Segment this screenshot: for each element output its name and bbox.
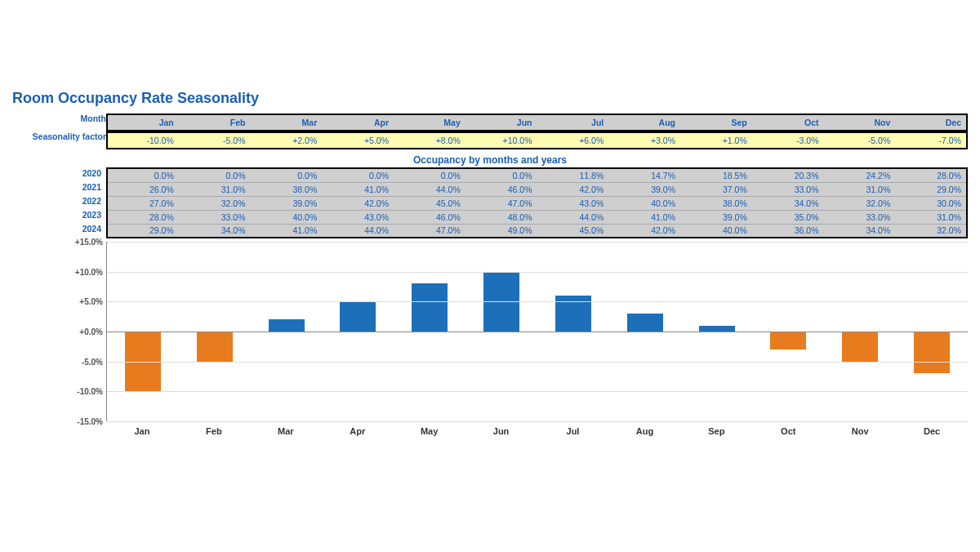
occupancy-cell: 36.0%: [752, 224, 824, 238]
occupancy-block: 20202021202220232024 0.0%0.0%0.0%0.0%0.0…: [12, 167, 968, 238]
grid-line: [107, 421, 968, 422]
occupancy-cell: 24.2%: [824, 168, 896, 182]
occupancy-cell: 42.0%: [608, 224, 680, 238]
bar: [914, 332, 950, 373]
month-header-cell: Dec: [895, 114, 967, 131]
occupancy-cell: 44.0%: [537, 210, 609, 224]
table-row: 28.0%33.0%40.0%43.0%46.0%48.0%44.0%41.0%…: [107, 210, 967, 224]
year-label: 2020: [12, 167, 106, 181]
occupancy-cell: 33.0%: [752, 182, 824, 196]
occupancy-cell: 39.0%: [680, 210, 752, 224]
seasonality-row-label: Seasonality factor: [12, 131, 106, 149]
year-label: 2022: [12, 195, 106, 209]
bar: [770, 332, 806, 349]
seasonality-cell: -5.0%: [179, 132, 251, 149]
year-label: 2024: [12, 223, 106, 237]
seasonality-cell: +10.0%: [466, 132, 537, 149]
occupancy-cell: 32.0%: [895, 224, 967, 238]
chart-x-axis: JanFebMarAprMayJunJulAugSepOctNovDec: [106, 426, 968, 436]
y-tick-label: -10.0%: [77, 387, 103, 396]
month-header-table: JanFebMarAprMayJunJulAugSepOctNovDec: [106, 114, 968, 131]
occupancy-cell: 30.0%: [895, 196, 967, 210]
seasonality-cell: +8.0%: [394, 132, 466, 149]
occupancy-cell: 0.0%: [394, 168, 466, 182]
occupancy-cell: 32.0%: [179, 196, 251, 210]
occupancy-cell: 31.0%: [895, 210, 967, 224]
occupancy-cell: 38.0%: [251, 182, 323, 196]
occupancy-cell: 26.0%: [107, 182, 179, 196]
table-row: 26.0%31.0%38.0%41.0%44.0%46.0%42.0%39.0%…: [107, 182, 967, 196]
occupancy-cell: 37.0%: [680, 182, 752, 196]
occupancy-cell: 47.0%: [394, 224, 466, 238]
occupancy-cell: 43.0%: [322, 210, 394, 224]
occupancy-cell: 35.0%: [752, 210, 824, 224]
y-tick-label: +0.0%: [79, 327, 103, 336]
occupancy-cell: 45.0%: [537, 224, 609, 238]
occupancy-cell: 18.5%: [680, 168, 752, 182]
occupancy-cell: 44.0%: [394, 182, 466, 196]
grid-line: [107, 272, 968, 273]
occupancy-cell: 33.0%: [179, 210, 251, 224]
occupancy-cell: 33.0%: [824, 210, 896, 224]
occupancy-cell: 42.0%: [537, 182, 609, 196]
y-tick-label: -15.0%: [77, 417, 103, 426]
page-title: Room Occupancy Rate Seasonality: [12, 90, 968, 107]
x-tick-label: Dec: [896, 426, 968, 436]
bar: [699, 326, 735, 332]
month-header-cell: Jul: [537, 114, 609, 131]
y-tick-label: +10.0%: [75, 267, 103, 276]
seasonality-cell: -5.0%: [824, 132, 896, 149]
month-header-cell: Jun: [466, 114, 537, 131]
month-row-label: Month: [12, 114, 106, 131]
month-header-row: Month JanFebMarAprMayJunJulAugSepOctNovD…: [12, 114, 968, 131]
y-tick-label: -5.0%: [82, 357, 103, 366]
bar: [269, 319, 305, 332]
month-header-cell: Nov: [824, 114, 896, 131]
occupancy-cell: 41.0%: [608, 210, 680, 224]
occupancy-cell: 0.0%: [107, 168, 179, 182]
month-header-cell: Oct: [752, 114, 824, 131]
y-tick-label: +15.0%: [75, 238, 103, 247]
occupancy-cell: 42.0%: [322, 196, 394, 210]
month-header-cell: May: [394, 114, 466, 131]
occupancy-table: 0.0%0.0%0.0%0.0%0.0%0.0%11.8%14.7%18.5%2…: [106, 167, 968, 238]
occupancy-cell: 46.0%: [466, 182, 537, 196]
occupancy-cell: 40.0%: [251, 210, 323, 224]
table-row: 29.0%34.0%41.0%44.0%47.0%49.0%45.0%42.0%…: [107, 224, 967, 238]
month-header-cell: Apr: [322, 114, 394, 131]
occupancy-cell: 27.0%: [107, 196, 179, 210]
grid-line: [107, 301, 968, 302]
occupancy-cell: 34.0%: [752, 196, 824, 210]
x-tick-label: Mar: [250, 426, 322, 436]
occupancy-cell: 45.0%: [394, 196, 466, 210]
occupancy-cell: 31.0%: [824, 182, 896, 196]
bar: [412, 283, 448, 332]
occupancy-cell: 40.0%: [680, 224, 752, 238]
occupancy-cell: 32.0%: [824, 196, 896, 210]
occupancy-cell: 39.0%: [608, 182, 680, 196]
occupancy-cell: 0.0%: [251, 168, 323, 182]
bar: [340, 301, 376, 332]
seasonality-cell: +5.0%: [322, 132, 394, 149]
occupancy-cell: 43.0%: [537, 196, 609, 210]
x-tick-label: Aug: [608, 426, 680, 436]
report-container: Room Occupancy Rate Seasonality Month Ja…: [0, 82, 980, 444]
occupancy-cell: 46.0%: [394, 210, 466, 224]
occupancy-cell: 41.0%: [251, 224, 323, 238]
occupancy-subtitle: Occupancy by months and years: [12, 149, 968, 167]
y-tick-label: +5.0%: [79, 297, 103, 306]
seasonality-cell: +6.0%: [537, 132, 609, 149]
occupancy-cell: 48.0%: [466, 210, 537, 224]
seasonality-cell: +1.0%: [680, 132, 752, 149]
occupancy-cell: 39.0%: [251, 196, 323, 210]
month-header-cell: Jan: [107, 114, 179, 131]
grid-line: [107, 362, 968, 363]
occupancy-cell: 28.0%: [107, 210, 179, 224]
occupancy-cell: 41.0%: [322, 182, 394, 196]
year-label: 2023: [12, 209, 106, 223]
x-tick-label: Jun: [466, 426, 537, 436]
occupancy-cell: 28.0%: [895, 168, 967, 182]
occupancy-cell: 31.0%: [179, 182, 251, 196]
month-header-cell: Aug: [608, 114, 680, 131]
year-label-column: 20202021202220232024: [12, 167, 106, 238]
